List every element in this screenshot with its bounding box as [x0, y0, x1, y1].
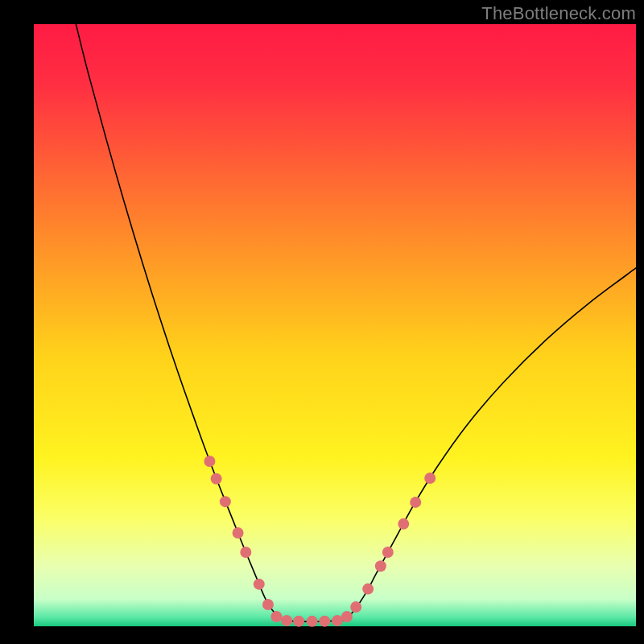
- dot-trough-dots-3: [319, 616, 330, 627]
- dot-left-dots-7: [270, 611, 282, 622]
- dot-right-dots-6: [410, 497, 421, 508]
- dot-right-dots-1: [350, 601, 361, 613]
- dot-left-dots-4: [240, 547, 251, 558]
- dot-left-dots-2: [220, 496, 231, 507]
- dot-left-dots-6: [262, 599, 274, 610]
- dot-left-dots-5: [254, 579, 265, 590]
- dot-left-dots-0: [204, 456, 215, 467]
- dot-left-dots-3: [233, 527, 244, 539]
- dot-right-dots-7: [424, 473, 436, 484]
- dot-left-dots-1: [211, 473, 222, 485]
- dot-trough-dots-4: [332, 615, 343, 626]
- dot-right-dots-2: [362, 584, 374, 595]
- bottleneck-chart: [0, 0, 644, 644]
- dot-trough-dots-0: [281, 615, 292, 626]
- dot-trough-dots-1: [293, 616, 304, 627]
- dot-right-dots-4: [382, 547, 394, 558]
- dot-trough-dots-2: [307, 616, 318, 627]
- dot-right-dots-5: [398, 518, 409, 530]
- dot-right-dots-0: [341, 611, 353, 622]
- dot-right-dots-3: [375, 560, 386, 572]
- chart-frame: TheBottleneck.com: [0, 0, 644, 644]
- plot-background: [34, 24, 636, 626]
